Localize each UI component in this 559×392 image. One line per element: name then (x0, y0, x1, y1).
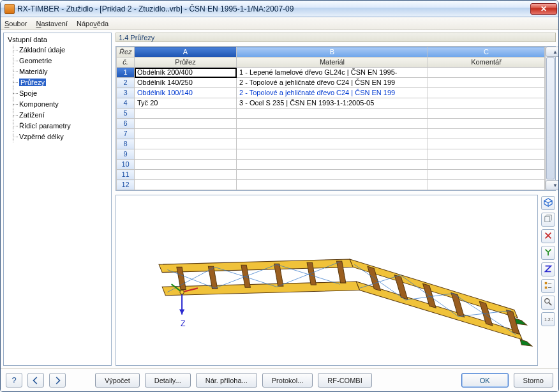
cell-comment[interactable] (428, 170, 545, 180)
menu-settings[interactable]: Nastavení (36, 20, 68, 27)
cell-comment[interactable] (428, 109, 545, 119)
cell-section[interactable]: Obdélník 140/250 (135, 78, 237, 88)
axis-y-button[interactable] (541, 246, 555, 260)
table-row[interactable]: 2Obdélník 140/2502 - Topolové a jehlična… (117, 78, 545, 88)
row-number[interactable]: 3 (117, 88, 135, 98)
table-scrollbar[interactable]: ▲ ▼ (545, 47, 555, 190)
table-row[interactable]: 12 (117, 180, 545, 190)
cancel-button[interactable]: Storno (514, 373, 553, 388)
cell-comment[interactable] (428, 68, 545, 78)
cell-section[interactable] (135, 160, 237, 170)
row-number[interactable]: 6 (117, 119, 135, 129)
cell-comment[interactable] (428, 160, 545, 170)
table-row[interactable]: 4Tyč 203 - Ocel S 235 | ČSN EN 1993-1-1:… (117, 98, 545, 109)
menu-help[interactable]: Nápověda (77, 20, 108, 27)
table-row[interactable]: 5 (117, 109, 545, 119)
scroll-thumb[interactable] (546, 57, 555, 179)
col-header-comment[interactable]: Komentář (428, 57, 545, 68)
cell-material[interactable] (237, 160, 428, 170)
cell-section[interactable]: Obdélník 200/400 (135, 68, 237, 78)
calculate-button[interactable]: Výpočet (95, 373, 140, 388)
col-letter-c[interactable]: C (428, 47, 545, 57)
table-row[interactable]: 11 (117, 170, 545, 180)
cell-section[interactable]: Obdélník 100/140 (135, 88, 237, 98)
col-letter-a[interactable]: A (135, 47, 237, 57)
table-row[interactable]: 10 (117, 160, 545, 170)
cell-comment[interactable] (428, 119, 545, 129)
scroll-up-icon[interactable]: ▲ (546, 47, 558, 57)
tree-item[interactable]: Průřezy (10, 77, 111, 88)
cell-comment[interactable] (428, 139, 545, 149)
ok-button[interactable]: OK (461, 373, 509, 388)
cell-material[interactable] (237, 180, 428, 190)
tree-item[interactable]: Geometrie (10, 56, 111, 66)
detail-123-button[interactable]: 1.2.3 (541, 312, 555, 326)
row-number[interactable]: 4 (117, 98, 135, 109)
cell-material[interactable]: 3 - Ocel S 235 | ČSN EN 1993-1-1:2005-05 (237, 98, 428, 109)
cell-material[interactable] (237, 170, 428, 180)
scroll-down-icon[interactable]: ▼ (546, 180, 558, 190)
cell-section[interactable] (135, 180, 237, 190)
table-row[interactable]: 7 (117, 129, 545, 139)
tree-item[interactable]: Řídicí parametry (10, 121, 111, 132)
legend-button[interactable] (541, 279, 555, 293)
row-number[interactable]: 7 (117, 129, 135, 139)
row-number[interactable]: 8 (117, 139, 135, 149)
tree-item[interactable]: Materiály (10, 66, 111, 77)
row-number[interactable]: 1 (117, 68, 135, 78)
row-number[interactable]: 10 (117, 160, 135, 170)
cell-section[interactable] (135, 149, 237, 160)
tree-item[interactable]: Základní údaje (10, 45, 111, 56)
axis-z-button[interactable] (541, 262, 555, 276)
cell-comment[interactable] (428, 180, 545, 190)
cell-comment[interactable] (428, 88, 545, 98)
cell-section[interactable] (135, 109, 237, 119)
help-button[interactable]: ? (6, 373, 22, 388)
table-row[interactable]: 8 (117, 139, 545, 149)
cell-material[interactable] (237, 149, 428, 160)
3d-viewport[interactable]: Z (116, 195, 538, 366)
tree-item[interactable]: Vzpěrné délky (10, 132, 111, 142)
col-letter-b[interactable]: B (237, 47, 428, 57)
cell-material[interactable]: 2 - Topolové a jehličnaté dřevo C24 | ČS… (237, 78, 428, 88)
table-row[interactable]: 9 (117, 149, 545, 160)
isometric-view-button[interactable] (541, 196, 555, 210)
cell-material[interactable]: 1 - Lepené lamelové dřevo GL24c | ČSN EN… (237, 68, 428, 78)
cell-material[interactable] (237, 109, 428, 119)
row-number[interactable]: 11 (117, 170, 135, 180)
cell-material[interactable] (237, 139, 428, 149)
sections-table[interactable]: Řez A B C č. Průřez Materiál Komentář (116, 46, 556, 191)
window-close-button[interactable]: ✕ (530, 3, 557, 15)
cube-view-button[interactable] (541, 213, 555, 227)
cell-section[interactable] (135, 139, 237, 149)
menu-file[interactable]: Soubor (4, 20, 27, 27)
row-number[interactable]: 9 (117, 149, 135, 160)
col-header-section[interactable]: Průřez (135, 57, 237, 68)
row-number[interactable]: 5 (117, 109, 135, 119)
cell-section[interactable] (135, 170, 237, 180)
tree-root[interactable]: Vstupní data (4, 34, 111, 45)
rf-combi-button[interactable]: RF-COMBI (318, 373, 371, 388)
cell-material[interactable] (237, 129, 428, 139)
tree-item[interactable]: Spoje (10, 88, 111, 99)
axis-x-button[interactable] (541, 229, 555, 243)
cell-section[interactable] (135, 129, 237, 139)
table-row[interactable]: 6 (117, 119, 545, 129)
zoom-button[interactable] (541, 296, 555, 310)
tree-item[interactable]: Zatížení (10, 110, 111, 121)
cell-comment[interactable] (428, 78, 545, 88)
protocol-button[interactable]: Protokol... (262, 373, 313, 388)
national-annex-button[interactable]: Nár. příloha... (196, 373, 257, 388)
cell-material[interactable] (237, 119, 428, 129)
row-number[interactable]: 2 (117, 78, 135, 88)
cell-material[interactable]: 2 - Topolové a jehličnaté dřevo C24 | ČS… (237, 88, 428, 98)
next-table-button[interactable] (49, 373, 66, 388)
table-row[interactable]: 1Obdélník 200/4001 - Lepené lamelové dře… (117, 68, 545, 78)
details-button[interactable]: Detaily... (145, 373, 191, 388)
cell-section[interactable] (135, 119, 237, 129)
prev-table-button[interactable] (27, 373, 44, 388)
cell-comment[interactable] (428, 149, 545, 160)
cell-comment[interactable] (428, 98, 545, 109)
tree-item[interactable]: Komponenty (10, 99, 111, 110)
nav-tree[interactable]: Vstupní data Základní údajeGeometrieMate… (3, 33, 112, 366)
